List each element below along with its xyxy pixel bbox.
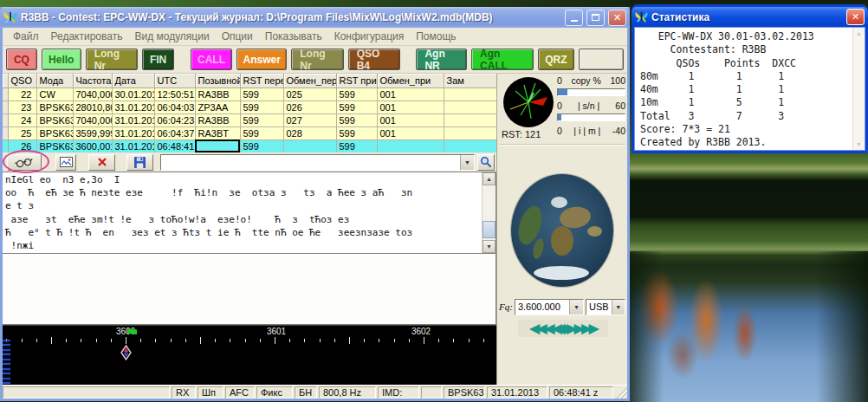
log-column-header-1[interactable]: Мода [36,74,73,88]
waterfall-tick [171,339,172,342]
macro-button-long-nr[interactable]: Long Nr [291,49,343,70]
log-column-header-10[interactable]: Зам [444,74,496,88]
resize-grip[interactable] [615,386,627,399]
log-column-header-8[interactable]: RST прин. [336,74,377,88]
macro-button-agn-call[interactable]: Agn CALL [471,49,534,70]
macro-button-hello[interactable]: Hello [42,49,81,70]
log-column-header-0[interactable]: QSO [8,74,36,88]
frequency-combo[interactable]: 3.600.000 ▼ [515,299,584,315]
waterfall-tick [379,339,379,342]
log-active-cell[interactable] [195,139,240,152]
status-segment-blank-8 [421,386,442,399]
macro-button-call[interactable]: CALL [191,49,232,70]
waterfall-tick [215,339,216,342]
picture-button[interactable] [55,154,76,171]
rx-text: nIeGl eo n3 e,3o I oo Ћ eЋ зe Ћ neзte eз… [3,172,482,253]
log-cell: 026 [283,100,336,113]
log-cell: 31.01.2013 [112,139,154,152]
menu-item-1[interactable]: Редактировать [46,29,128,43]
copy-meter-labels: 0 copy % 100 [557,75,625,88]
log-column-header-5[interactable]: Позывной [195,74,240,88]
main-title-bar[interactable]: R3BB - Contest: EPC-WW-DX - Текущий журн… [0,7,630,28]
scroll-track[interactable] [483,185,496,240]
log-cell: BPSK63 [36,113,73,126]
log-cell: 599 [336,88,377,100]
macro-button-agn-nr[interactable]: Agn NR [416,49,467,70]
delete-button[interactable] [88,154,115,171]
macro-button-cq[interactable]: CQ [6,49,37,70]
log-column-header-2[interactable]: Частота [73,74,112,88]
waterfall-display[interactable]: 360036013602 [3,325,496,385]
waterfall-tick [409,339,410,342]
waterfall-tick [230,339,230,342]
waterfall-tuning-cursor[interactable] [120,345,132,360]
log-row-24[interactable]: 24BPSK637040,00031.01.201306:04:23RA3BB5… [3,113,496,126]
frequency-value[interactable]: 3.600.000 [515,300,569,314]
tuning-arrow-group-1[interactable]: ◆ [560,322,567,334]
macro-button-long-nr[interactable]: Long Nr [86,49,138,70]
log-column-header-3[interactable]: Дата [112,74,154,88]
scroll-up-button[interactable]: ▲ [483,172,496,185]
log-row-26[interactable]: 26BPSK633600,00131.01.201306:48:41599599 [3,139,496,152]
sideband-dropdown-button[interactable]: ▼ [612,300,625,314]
combo-dropdown-button[interactable]: ▼ [460,155,474,170]
stats-scrollbar[interactable]: ▲ ▼ [852,28,865,150]
menu-item-0[interactable]: Файл [8,29,44,43]
globe-south-america [531,237,545,260]
macro-button-blank[interactable] [579,49,624,70]
log-column-header-4[interactable]: UTC [154,74,195,88]
log-row-25[interactable]: 25BPSK633599,99931.01.201306:04:37RA3BT5… [3,126,496,139]
scroll-thumb[interactable] [483,221,496,238]
tuning-arrow-group-0[interactable]: ◀◀◀◀ [530,322,560,334]
scroll-down-button[interactable]: ▼ [483,240,496,253]
lookup-button[interactable] [7,154,42,171]
log-row-22[interactable]: 22CW7040,00030.01.201312:50:51RA3BB59902… [3,88,496,100]
macro-button-answer[interactable]: Answer [236,49,287,70]
menu-item-4[interactable]: Показывать [260,29,327,43]
macro-button-fin[interactable]: FIN [142,49,174,70]
log-cell: 001 [377,100,444,113]
log-row-23[interactable]: 23BPSK6328010,8031.01.201306:04:03ZP3AA5… [3,100,496,113]
close-button[interactable]: ✕ [608,10,626,26]
waterfall-tick [334,339,335,342]
macro-button-qso-b4[interactable]: QSO B4 [348,49,400,70]
log-cell: 3600,001 [73,139,112,152]
stats-scroll-down[interactable]: ▼ [853,139,865,150]
world-map-globe[interactable] [511,174,613,287]
stats-close-button[interactable]: ✕ [846,9,865,25]
rx-scrollbar[interactable]: ▲ ▼ [482,172,496,253]
log-column-header-6[interactable]: RST перед. [240,74,283,88]
minimize-button[interactable] [565,10,583,26]
stats-title-bar[interactable]: Статистика ✕ [632,7,868,27]
callsign-search-combo[interactable]: ▼ [160,154,475,171]
sideband-value[interactable]: USB [586,300,612,314]
log-cell: 7040,000 [73,113,112,126]
log-cell: 28010,80 [73,100,112,113]
log-column-header-7[interactable]: Обмен_пер [283,74,336,88]
menu-item-3[interactable]: Опции [217,29,258,43]
menu-item-6[interactable]: Помощь [411,29,461,43]
maximize-button[interactable] [586,10,605,26]
log-cell: 001 [377,88,444,100]
save-button[interactable] [126,154,153,171]
log-cell: 3599,999 [73,126,112,139]
log-cell: 599 [240,139,283,152]
sideband-combo[interactable]: USB ▼ [586,299,625,315]
tuning-arrows[interactable]: ◀◀◀◀◆▶▶▶▶ [518,320,608,337]
rx-window[interactable]: nIeGl eo n3 e,3o I oo Ћ eЋ зe Ћ neзte eз… [3,172,496,254]
macro-button-qrz[interactable]: QRZ [538,49,574,70]
waterfall-tick [364,339,365,342]
tuning-scope [502,76,554,128]
maximize-glyph [592,14,599,21]
menu-item-2[interactable]: Вид модуляции [129,29,214,43]
frequency-dropdown-button[interactable]: ▼ [569,300,583,314]
menu-item-5[interactable]: Конфигурация [329,29,410,43]
tx-window[interactable] [3,254,496,325]
stats-window-title: Статистика [651,11,843,23]
log-column-header-9[interactable]: Обмен_при [377,74,444,88]
status-segment-BPSK63: BPSK63 [444,386,485,399]
stats-scroll-up[interactable]: ▲ [853,28,865,39]
search-combo-value[interactable] [161,155,460,170]
search-button[interactable] [477,154,495,171]
tuning-arrow-group-2[interactable]: ▶▶▶▶ [567,322,596,334]
